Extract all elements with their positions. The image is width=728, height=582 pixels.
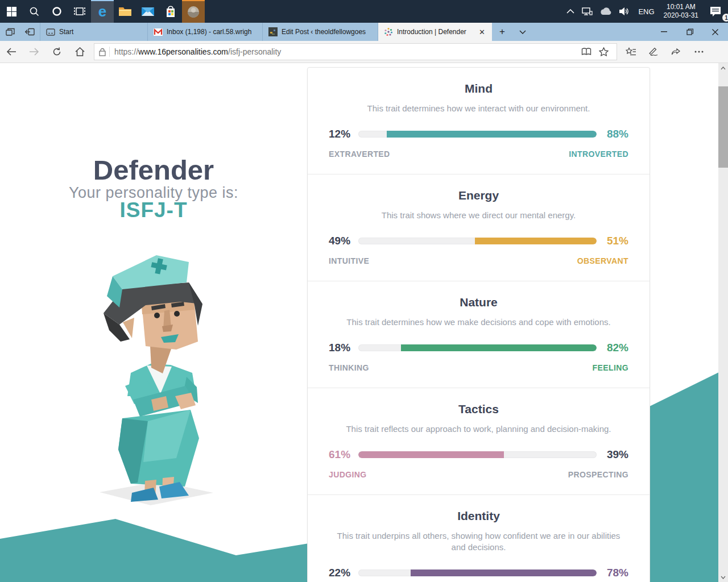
onedrive-icon xyxy=(599,7,612,15)
clock-time: 10:01 AM xyxy=(664,3,698,11)
trait-section-mind: Mind This trait determines how we intera… xyxy=(308,68,650,174)
trait-left-label: INTUITIVE xyxy=(329,256,369,265)
personality-type-name: Defender xyxy=(0,154,307,186)
trait-left-percent: 12% xyxy=(329,128,358,140)
close-icon xyxy=(712,29,718,35)
photos-app-icon xyxy=(185,3,202,20)
tab-wordpress-edit-post[interactable]: Edit Post ‹ theoldfellowgoes xyxy=(263,23,378,41)
taskbar-search-button[interactable] xyxy=(23,0,46,23)
hub-button[interactable] xyxy=(619,41,642,63)
trait-description: This trait underpins all others, showing… xyxy=(337,530,621,553)
trait-section-tactics: Tactics This trait reflects our approach… xyxy=(308,388,650,494)
tab-preview-icon xyxy=(6,28,15,36)
back-icon xyxy=(6,48,16,56)
taskbar: e ENG 10:01 AM 2020-03-31 1 xyxy=(0,0,728,23)
trait-right-percent: 88% xyxy=(597,128,628,140)
url-scheme: https:// xyxy=(114,47,138,56)
scrollbar-up-button[interactable] xyxy=(718,63,728,73)
minimize-button[interactable] xyxy=(651,23,677,41)
svg-text:e: e xyxy=(98,5,106,19)
trait-bar xyxy=(358,344,597,351)
browser-toolbar: https://www.16personalities.com/isfj-per… xyxy=(0,41,728,63)
tab-preview-button[interactable] xyxy=(0,23,20,41)
trait-left-percent: 22% xyxy=(329,567,358,579)
trait-right-label: FEELING xyxy=(593,363,628,372)
store-icon xyxy=(164,5,177,18)
trait-description: This trait determines how we make decisi… xyxy=(337,317,621,328)
trait-right-label: PROSPECTING xyxy=(568,470,628,479)
trait-bar xyxy=(358,238,597,244)
forward-button[interactable] xyxy=(23,41,46,63)
volume-icon xyxy=(619,7,630,16)
cortana-button[interactable] xyxy=(46,0,68,23)
restore-button[interactable] xyxy=(677,23,702,41)
volume-tray-button[interactable] xyxy=(615,0,634,23)
tab-start[interactable]: Start xyxy=(40,23,148,41)
trait-title: Mind xyxy=(329,82,628,95)
annotate-pen-icon xyxy=(648,47,659,56)
home-button[interactable] xyxy=(68,41,91,63)
trait-right-percent: 82% xyxy=(597,342,628,354)
task-view-button[interactable] xyxy=(68,0,91,23)
taskbar-mail-button[interactable] xyxy=(136,0,159,23)
windows-start-icon xyxy=(7,7,16,16)
url-path: /isfj-personality xyxy=(228,47,281,56)
refresh-icon xyxy=(52,47,61,56)
action-center-button[interactable]: 1 xyxy=(703,0,728,23)
trait-bar xyxy=(358,451,597,458)
share-icon xyxy=(671,47,681,56)
close-window-button[interactable] xyxy=(702,23,728,41)
taskbar-file-explorer-button[interactable] xyxy=(114,0,136,23)
clock[interactable]: 10:01 AM 2020-03-31 xyxy=(659,0,703,23)
start-page-icon xyxy=(46,28,55,36)
back-button[interactable] xyxy=(0,41,23,63)
set-aside-tabs-icon xyxy=(25,28,35,36)
tab-label: Edit Post ‹ theoldfellowgoes xyxy=(282,28,372,36)
start-button[interactable] xyxy=(0,0,23,23)
page-scrollbar[interactable] xyxy=(718,63,728,582)
url-text[interactable]: https://www.16personalities.com/isfj-per… xyxy=(114,47,578,56)
new-tab-button[interactable]: + xyxy=(492,23,512,41)
refresh-button[interactable] xyxy=(46,41,68,63)
set-aside-tabs-button[interactable] xyxy=(20,23,40,41)
trait-left-label: JUDGING xyxy=(329,470,367,479)
tray-expand-button[interactable] xyxy=(563,0,578,23)
trait-right-percent: 39% xyxy=(597,448,628,461)
trait-title: Energy xyxy=(329,189,628,202)
add-favorite-button[interactable] xyxy=(595,44,612,60)
home-icon xyxy=(75,47,85,56)
tab-list-dropdown-button[interactable] xyxy=(512,23,533,41)
trait-left-label: EXTRAVERTED xyxy=(329,149,390,159)
cortana-icon xyxy=(52,6,62,16)
trait-right-label: OBSERVANT xyxy=(577,256,628,265)
tab-label: Start xyxy=(59,28,142,36)
trait-right-percent: 78% xyxy=(597,567,628,579)
tab-label: Inbox (1,198) - carl.58.wrigh xyxy=(167,28,257,36)
wordpress-site-icon xyxy=(268,27,278,36)
trait-bar xyxy=(358,131,597,138)
scrollbar-thumb[interactable] xyxy=(718,86,728,168)
scrollbar-down-button[interactable] xyxy=(718,572,728,582)
clock-date: 2020-03-31 xyxy=(664,11,698,20)
reading-view-button[interactable] xyxy=(578,44,595,60)
taskbar-edge-button[interactable]: e xyxy=(91,0,114,23)
annotate-button[interactable] xyxy=(642,41,665,63)
address-bar[interactable]: https://www.16personalities.com/isfj-per… xyxy=(94,43,617,60)
taskbar-store-button[interactable] xyxy=(159,0,182,23)
trait-bar xyxy=(358,569,597,576)
tab-active-introduction-defender[interactable]: Introduction | Defender ✕ xyxy=(378,23,492,41)
share-button[interactable] xyxy=(665,41,688,63)
onedrive-tray-button[interactable] xyxy=(596,0,615,23)
tab-gmail-inbox[interactable]: Inbox (1,198) - carl.58.wrigh xyxy=(148,23,263,41)
network-icon xyxy=(581,6,593,16)
network-tray-button[interactable] xyxy=(578,0,596,23)
task-view-icon xyxy=(74,6,85,16)
tab-list-chevron-icon xyxy=(519,30,526,34)
tab-close-button[interactable]: ✕ xyxy=(478,28,486,36)
taskbar-photos-app-button[interactable] xyxy=(182,0,205,23)
language-indicator[interactable]: ENG xyxy=(634,0,659,23)
settings-more-button[interactable] xyxy=(688,41,710,63)
notification-badge: 1 xyxy=(722,14,728,22)
chevron-down-icon xyxy=(721,576,726,579)
mail-icon xyxy=(141,6,155,17)
